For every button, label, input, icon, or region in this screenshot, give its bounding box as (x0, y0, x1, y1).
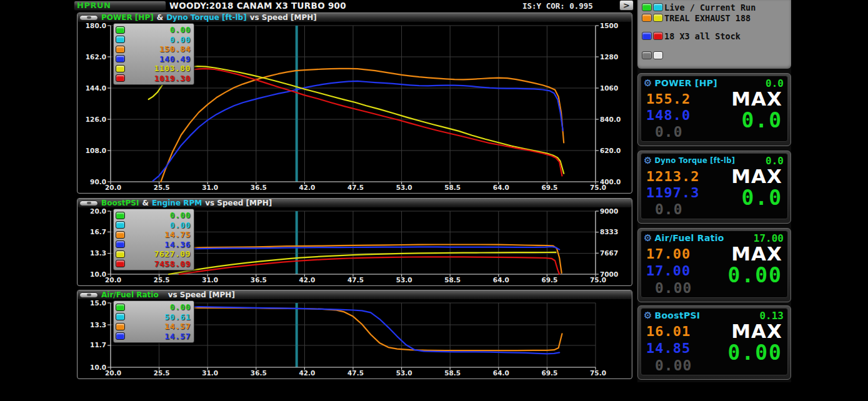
chart-title-primary: POWER [HP] (101, 13, 154, 22)
chart-plot-area[interactable]: 15.013.311.710.020.025.531.036.542.047.5… (78, 299, 631, 378)
legend-cursor-value: 1019.30 (129, 74, 191, 83)
chart-panel-boost-rpm: BoostPSI & Engine RPM vs Speed [MPH] 20.… (77, 198, 632, 286)
series-rpm-stock (179, 257, 559, 274)
svg-text:126.0: 126.0 (86, 116, 106, 123)
orange-swatch-icon[interactable] (642, 14, 652, 22)
expand-panel-button[interactable]: > (619, 0, 634, 11)
svg-text:20.0: 20.0 (105, 276, 121, 284)
gear-icon[interactable]: ⚙ (644, 311, 652, 320)
chart-collapse-button[interactable] (79, 15, 98, 21)
svg-text:47.5: 47.5 (347, 184, 364, 191)
orange-series-swatch-icon[interactable] (116, 231, 125, 239)
legend-row: 14.57 (116, 322, 191, 332)
blue-series-swatch-icon[interactable] (116, 55, 125, 62)
legend-row: 0.00 (116, 35, 191, 45)
svg-text:13.3: 13.3 (90, 321, 106, 329)
svg-text:42.0: 42.0 (299, 369, 315, 377)
legend-row: 0.00 (116, 302, 191, 312)
svg-text:58.5: 58.5 (444, 369, 461, 377)
legend-row: 14.75 (116, 230, 191, 240)
svg-text:1500: 1500 (600, 22, 618, 29)
chart-panel-afr: Air/Fuel Ratio vs Speed [MPH] 15.013.311… (77, 290, 632, 379)
run-legend-row[interactable]: 18 X3 all Stock (642, 31, 791, 41)
run-legend-row[interactable]: Live / Current Run (642, 2, 791, 12)
green-swatch-icon[interactable] (642, 3, 652, 11)
chart-title-amp: & (142, 199, 148, 207)
run-legend-row[interactable]: TREAL EXHAUST 188 (642, 12, 791, 23)
green-series-swatch-icon[interactable] (116, 304, 125, 311)
legend-cursor-value: 14.75 (129, 230, 191, 239)
svg-text:64.0: 64.0 (493, 184, 509, 191)
red-series-swatch-icon[interactable] (116, 74, 125, 82)
chart-titlebar: BoostPSI & Engine RPM vs Speed [MPH] (77, 199, 632, 207)
cyan-series-swatch-icon[interactable] (116, 313, 125, 320)
red-swatch-icon[interactable] (653, 32, 663, 40)
gauge-max-value: 0.0 (741, 110, 782, 131)
orange-series-swatch-icon[interactable] (116, 46, 125, 53)
svg-text:47.5: 47.5 (347, 369, 364, 377)
svg-text:16.7: 16.7 (90, 228, 106, 235)
sidebar: Live / Current RunTREAL EXHAUST 18818 X3… (637, 0, 791, 382)
svg-text:53.0: 53.0 (396, 184, 412, 191)
bottom-toolbar: GRAPH OPTIONS Compare Run Clear Previous… (0, 382, 868, 401)
orange-series-swatch-icon[interactable] (116, 323, 125, 330)
svg-text:36.5: 36.5 (251, 369, 267, 377)
svg-text:8333: 8333 (600, 228, 618, 235)
chart-legend: 0.000.00150.84140.491103.801019.30 (113, 23, 194, 85)
yellow-swatch-icon[interactable] (653, 14, 663, 22)
chart-plot-area[interactable]: 20.016.713.310.0900083337667700020.025.5… (78, 207, 631, 285)
legend-cursor-value: 150.84 (129, 44, 191, 54)
svg-text:20.0: 20.0 (90, 207, 106, 215)
gauge-live-value: 0.00 (646, 280, 711, 296)
gear-icon[interactable]: ⚙ (644, 79, 652, 88)
gear-icon[interactable]: ⚙ (644, 234, 652, 243)
chart-plot-area[interactable]: 180.0162.0144.0126.0108.090.015001280106… (78, 22, 631, 192)
run-legend-panel: Live / Current RunTREAL EXHAUST 18818 X3… (637, 0, 791, 69)
gauge-run2-value: 14.85 (646, 340, 711, 356)
yellow-series-swatch-icon[interactable] (116, 250, 125, 258)
gauge-run1-value: 155.2 (646, 91, 711, 107)
blue-series-swatch-icon[interactable] (116, 240, 125, 248)
white-swatch-icon[interactable] (653, 51, 663, 59)
chart-titlebar: POWER [HP] & Dyno Torque [ft-lb] vs Spee… (77, 13, 632, 22)
legend-cursor-value: 7627.09 (129, 249, 191, 259)
legend-cursor-value: 14.57 (129, 322, 191, 331)
series-rpm-treal (169, 252, 556, 274)
svg-text:20.0: 20.0 (105, 369, 121, 377)
svg-text:144.0: 144.0 (86, 84, 106, 92)
blue-swatch-icon[interactable] (642, 32, 652, 40)
svg-text:840.0: 840.0 (600, 116, 621, 123)
gray-swatch-icon[interactable] (642, 51, 652, 59)
series-torque-treal (149, 66, 564, 174)
svg-text:31.0: 31.0 (202, 369, 218, 377)
svg-text:64.0: 64.0 (493, 369, 509, 377)
blue-series-swatch-icon[interactable] (116, 332, 125, 340)
cyan-series-swatch-icon[interactable] (116, 221, 125, 229)
svg-text:53.0: 53.0 (396, 369, 412, 377)
gauge-max-value: 0.00 (728, 265, 782, 286)
gauge-title: BoostPSI (654, 310, 700, 320)
svg-text:69.5: 69.5 (541, 184, 557, 191)
red-series-swatch-icon[interactable] (116, 260, 125, 267)
cyan-series-swatch-icon[interactable] (116, 36, 125, 43)
app-title-button[interactable]: HPRUN (74, 1, 166, 11)
svg-text:69.5: 69.5 (541, 369, 557, 377)
chart-collapse-button[interactable] (79, 292, 98, 298)
legend-cursor-value: 0.00 (129, 302, 191, 312)
svg-text:7667: 7667 (600, 249, 618, 257)
chart-legend: 0.000.0014.7514.367627.097458.09 (113, 209, 194, 270)
green-series-swatch-icon[interactable] (116, 212, 125, 219)
series-power-stock (153, 81, 563, 181)
cyan-swatch-icon[interactable] (653, 3, 663, 11)
chart-title-suffix: vs Speed [MPH] (250, 13, 317, 22)
run-legend-row[interactable] (642, 50, 791, 61)
chart-collapse-button[interactable] (79, 200, 98, 206)
green-series-swatch-icon[interactable] (116, 26, 125, 34)
gauge-live-value: 0.0 (646, 201, 711, 217)
legend-row: 0.00 (116, 220, 191, 230)
gauge-max-value: 0.0 (741, 187, 782, 209)
svg-text:58.5: 58.5 (444, 184, 461, 191)
svg-text:25.5: 25.5 (154, 184, 170, 191)
gear-icon[interactable]: ⚙ (644, 156, 652, 166)
yellow-series-swatch-icon[interactable] (116, 65, 125, 72)
